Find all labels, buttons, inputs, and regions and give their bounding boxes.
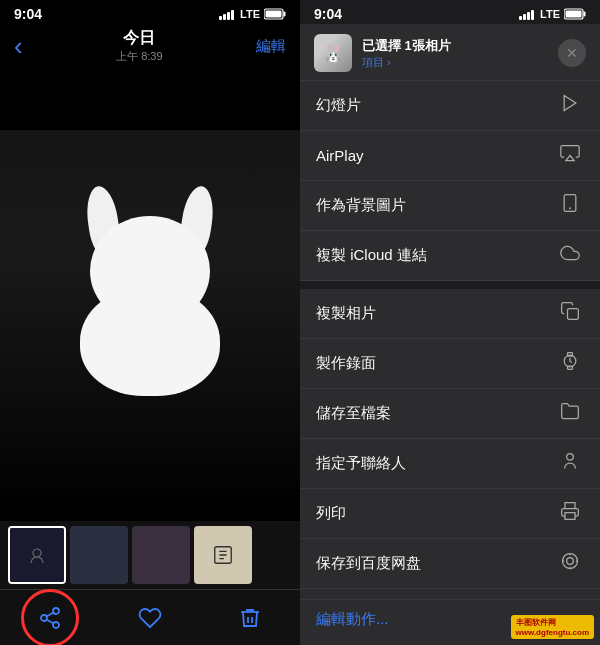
folder-icon: [556, 401, 584, 426]
baidu-disk-label: 保存到百度网盘: [316, 554, 421, 573]
slideshow-icon: [556, 93, 584, 118]
close-icon: ✕: [566, 45, 578, 61]
icloud-link-label: 複製 iCloud 連結: [316, 246, 427, 265]
menu-item-slideshow[interactable]: 幻燈片: [300, 81, 600, 131]
watch-face-label: 製作錄面: [316, 354, 376, 373]
menu-item-baidu-disk[interactable]: 保存到百度网盘: [300, 539, 600, 589]
svg-point-18: [567, 558, 574, 565]
black-bottom: [0, 481, 300, 521]
menu-item-copy-photo[interactable]: 複製相片: [300, 289, 600, 339]
bunny-body: [80, 286, 220, 396]
edit-actions-link[interactable]: 編輯動作...: [316, 610, 389, 627]
selected-photo-thumb: 🐰: [314, 34, 352, 72]
svg-rect-2: [266, 11, 282, 18]
thumb-inner-1: [10, 528, 64, 582]
svg-marker-8: [564, 96, 576, 111]
svg-point-19: [563, 554, 578, 569]
right-status-icons: LTE: [519, 8, 586, 20]
header-title-block: 今日 上午 8:39: [116, 28, 162, 64]
wallpaper-icon: [556, 193, 584, 218]
right-panel: 9:04 LTE 🐰 已選擇 1張相片 項目 › ✕: [300, 0, 600, 645]
page-subtitle: 上午 8:39: [116, 49, 162, 64]
svg-rect-12: [568, 309, 579, 320]
wallpaper-label: 作為背景圖片: [316, 196, 406, 215]
share-button[interactable]: [28, 596, 72, 640]
separator-1: [300, 281, 600, 289]
copy-photo-label: 複製相片: [316, 304, 376, 323]
svg-point-16: [567, 454, 574, 461]
icloud-link-icon: [556, 243, 584, 268]
menu-item-wallpaper[interactable]: 作為背景圖片: [300, 181, 600, 231]
black-top: [0, 70, 300, 130]
left-status-bar: 9:04 LTE: [0, 0, 300, 24]
menu-item-print[interactable]: 列印: [300, 489, 600, 539]
menu-item-face-edit[interactable]: 使用輕顏編輯: [300, 589, 600, 599]
share-sheet-header: 🐰 已選擇 1張相片 項目 › ✕: [300, 24, 600, 81]
thumb-inner-2: [70, 526, 128, 584]
thumbnail-2[interactable]: [70, 526, 128, 584]
left-status-icons: LTE: [219, 8, 286, 20]
svg-marker-9: [566, 156, 574, 161]
svg-rect-7: [566, 11, 582, 18]
menu-item-watch-face[interactable]: 製作錄面: [300, 339, 600, 389]
thumbnail-strip: [0, 521, 300, 589]
print-label: 列印: [316, 504, 346, 523]
menu-item-assign-contact[interactable]: 指定予聯絡人: [300, 439, 600, 489]
close-button[interactable]: ✕: [558, 39, 586, 67]
slideshow-label: 幻燈片: [316, 96, 361, 115]
assign-contact-label: 指定予聯絡人: [316, 454, 406, 473]
delete-button[interactable]: [228, 596, 272, 640]
baidu-disk-icon: [556, 551, 584, 576]
items-link[interactable]: 項目 ›: [362, 55, 548, 70]
heart-icon: [138, 606, 162, 630]
print-icon: [556, 501, 584, 526]
back-button[interactable]: ‹: [14, 33, 23, 59]
svg-point-3: [33, 549, 41, 557]
thumb-inner-3: [132, 526, 190, 584]
page-title: 今日: [116, 28, 162, 49]
share-icon: [38, 606, 62, 630]
copy-photo-icon: [556, 301, 584, 326]
like-button[interactable]: [128, 596, 172, 640]
left-panel: 9:04 LTE ‹ 今日 上午 8:39 編輯: [0, 0, 300, 645]
person-icon: [556, 451, 584, 476]
thumb-inner-4: [194, 526, 252, 584]
thumbnail-4[interactable]: [194, 526, 252, 584]
svg-rect-15: [568, 366, 573, 369]
menu-item-icloud-link[interactable]: 複製 iCloud 連結: [300, 231, 600, 281]
left-toolbar: [0, 589, 300, 645]
right-battery-icon: [564, 8, 586, 20]
header-info: 已選擇 1張相片 項目 ›: [362, 37, 548, 70]
bunny-illustration: [50, 186, 250, 406]
edit-button[interactable]: 編輯: [256, 37, 286, 56]
photo-placeholder: [0, 70, 300, 521]
signal-icon: [219, 8, 234, 20]
photo-main-view: [0, 70, 300, 521]
action-menu-list: 幻燈片 AirPlay 作為背景圖片: [300, 81, 600, 599]
watch-icon: [556, 351, 584, 376]
right-time: 9:04: [314, 6, 342, 22]
network-type: LTE: [240, 8, 260, 20]
svg-rect-1: [284, 12, 286, 17]
menu-item-save-files[interactable]: 儲存至檔案: [300, 389, 600, 439]
thumb-preview: 🐰: [314, 34, 352, 72]
svg-rect-17: [565, 513, 575, 520]
airplay-icon: [556, 143, 584, 168]
menu-item-airplay[interactable]: AirPlay: [300, 131, 600, 181]
right-signal-icon: [519, 8, 534, 20]
airplay-label: AirPlay: [316, 147, 364, 164]
trash-icon: [238, 606, 262, 630]
left-header: ‹ 今日 上午 8:39 編輯: [0, 24, 300, 70]
thumbnail-3[interactable]: [132, 526, 190, 584]
battery-icon: [264, 8, 286, 20]
right-status-bar: 9:04 LTE: [300, 0, 600, 24]
svg-rect-14: [568, 353, 573, 356]
svg-rect-6: [584, 12, 586, 17]
save-files-label: 儲存至檔案: [316, 404, 391, 423]
watermark: 丰图软件网www.dgfengtu.com: [511, 615, 594, 639]
thumbnail-1[interactable]: [8, 526, 66, 584]
left-time: 9:04: [14, 6, 42, 22]
selected-count-label: 已選擇 1張相片: [362, 37, 548, 55]
right-network-type: LTE: [540, 8, 560, 20]
